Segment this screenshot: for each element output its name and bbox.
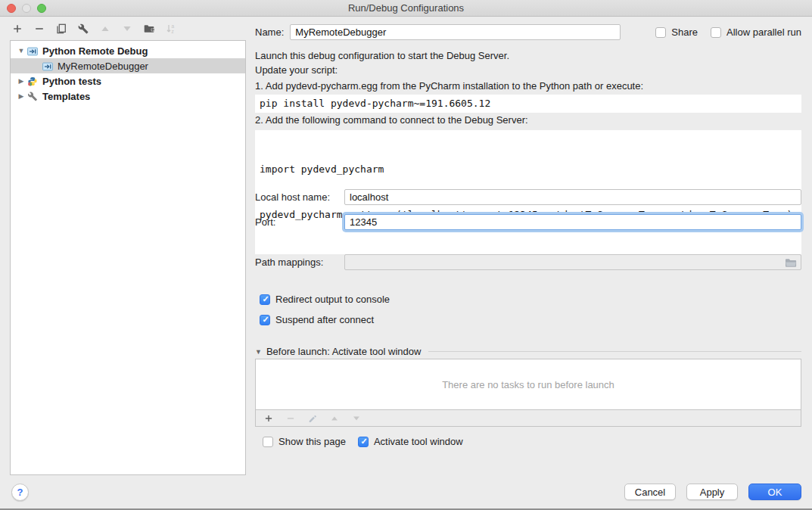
sort-alphabetically-icon: az xyxy=(165,23,177,35)
instruction-step-1: 1. Add pydevd-pycharm.egg from the PyCha… xyxy=(255,80,801,92)
ok-button[interactable]: OK xyxy=(748,484,801,500)
move-task-down-icon xyxy=(350,412,362,424)
edit-templates-wrench-icon[interactable] xyxy=(77,23,89,35)
tree-item-myremotedebugger[interactable]: MyRemoteDebugger xyxy=(11,58,245,73)
run-debug-configurations-dialog: Run/Debug Configurations az ▼ xyxy=(0,0,812,510)
collapse-triangle-icon[interactable]: ▼ xyxy=(255,348,262,356)
configuration-editor: Name: Share Allow parallel run Launch th… xyxy=(255,0,801,510)
show-this-page-label: Show this page xyxy=(278,436,346,447)
copy-configuration-icon[interactable] xyxy=(55,23,67,35)
help-button[interactable]: ? xyxy=(11,484,29,501)
remote-debug-config-icon xyxy=(27,45,39,56)
apply-button[interactable]: Apply xyxy=(686,484,738,500)
browse-folder-icon[interactable] xyxy=(785,257,797,268)
port-input[interactable] xyxy=(344,214,801,230)
share-checkbox[interactable] xyxy=(655,27,666,38)
suspend-after-connect-checkbox[interactable] xyxy=(260,315,270,325)
page-options-row: Show this page Activate tool window xyxy=(263,436,809,447)
share-label: Share xyxy=(671,26,698,38)
tree-item-label: Templates xyxy=(42,91,90,102)
instruction-line-2: Update your script: xyxy=(255,64,801,76)
allow-parallel-option: Allow parallel run xyxy=(711,26,801,38)
suspend-after-connect-option: Suspend after connect xyxy=(260,314,806,325)
settrace-code-line-1: import pydevd_pycharm xyxy=(260,162,797,177)
minimize-window-button xyxy=(22,4,31,13)
expand-triangle-icon[interactable]: ▶ xyxy=(17,77,26,85)
expand-triangle-icon[interactable]: ▶ xyxy=(17,92,26,100)
tree-item-templates[interactable]: ▶ Templates xyxy=(11,89,245,104)
allow-parallel-run-label: Allow parallel run xyxy=(726,26,801,38)
task-list-toolbar xyxy=(255,409,801,427)
move-task-up-icon xyxy=(328,412,341,424)
remove-task-icon xyxy=(285,412,297,424)
show-this-page-checkbox[interactable] xyxy=(263,437,273,447)
path-mappings-field[interactable] xyxy=(344,254,801,270)
local-host-row: Local host name: xyxy=(255,189,801,205)
tree-item-python-tests[interactable]: ▶ Python tests xyxy=(11,73,245,89)
tree-item-label: Python Remote Debug xyxy=(42,45,148,57)
before-launch-header[interactable]: ▼ Before launch: Activate tool window xyxy=(255,346,801,357)
redirect-output-checkbox[interactable] xyxy=(260,294,270,305)
tree-item-label: Python tests xyxy=(42,76,101,87)
add-task-icon[interactable] xyxy=(263,412,275,424)
remote-debug-config-icon xyxy=(42,61,54,71)
redirect-output-label: Redirect output to console xyxy=(275,294,390,305)
before-launch-title: Before launch: Activate tool window xyxy=(266,346,422,357)
dialog-footer: ? Cancel Apply OK xyxy=(0,477,812,510)
path-mappings-label: Path mappings: xyxy=(255,257,344,268)
svg-text:z: z xyxy=(172,29,174,34)
local-host-name-input[interactable] xyxy=(344,189,801,205)
dialog-buttons: Cancel Apply OK xyxy=(624,484,801,500)
edit-task-pencil-icon xyxy=(306,412,319,424)
new-folder-icon[interactable] xyxy=(143,23,155,35)
pip-install-code: pip install pydevd-pycharm~=191.6605.12 xyxy=(255,95,801,113)
activate-tool-window-label: Activate tool window xyxy=(374,436,463,447)
name-input[interactable] xyxy=(290,24,621,40)
instruction-step-2: 2. Add the following command to connect … xyxy=(255,114,801,126)
instruction-line-1: Launch this debug configuration to start… xyxy=(255,50,801,61)
add-configuration-icon[interactable] xyxy=(11,23,23,35)
empty-tasks-message: There are no tasks to run before launch xyxy=(442,379,614,390)
port-label: Port: xyxy=(255,216,344,228)
redirect-output-option: Redirect output to console xyxy=(260,294,806,305)
zoom-window-button[interactable] xyxy=(37,4,46,13)
name-label: Name: xyxy=(255,26,284,38)
collapse-triangle-icon[interactable]: ▼ xyxy=(17,47,26,54)
help-icon: ? xyxy=(17,487,23,498)
move-down-icon xyxy=(121,23,133,35)
activate-tool-window-checkbox[interactable] xyxy=(358,437,369,447)
path-mappings-row: Path mappings: xyxy=(255,254,801,270)
configurations-tree: ▼ Python Remote Debug MyRemoteDebugger ▶… xyxy=(10,40,246,475)
python-tests-icon xyxy=(27,76,39,86)
wrench-icon xyxy=(27,91,39,101)
name-row: Name: Share Allow parallel run xyxy=(255,24,801,40)
configurations-toolbar: az xyxy=(11,23,177,35)
traffic-lights xyxy=(7,4,46,13)
section-divider xyxy=(428,351,801,352)
move-up-icon xyxy=(99,23,111,35)
allow-parallel-run-checkbox[interactable] xyxy=(711,27,721,38)
share-option: Share xyxy=(655,26,698,38)
port-row: Port: xyxy=(255,214,801,230)
remove-configuration-icon[interactable] xyxy=(33,23,45,35)
close-window-button[interactable] xyxy=(7,4,16,13)
tree-item-label: MyRemoteDebugger xyxy=(58,61,148,72)
before-launch-task-list[interactable]: There are no tasks to run before launch xyxy=(255,359,801,410)
local-host-name-label: Local host name: xyxy=(255,191,344,203)
tree-item-python-remote-debug[interactable]: ▼ Python Remote Debug xyxy=(11,43,245,58)
cancel-button[interactable]: Cancel xyxy=(624,484,676,500)
suspend-after-connect-label: Suspend after connect xyxy=(275,314,374,325)
